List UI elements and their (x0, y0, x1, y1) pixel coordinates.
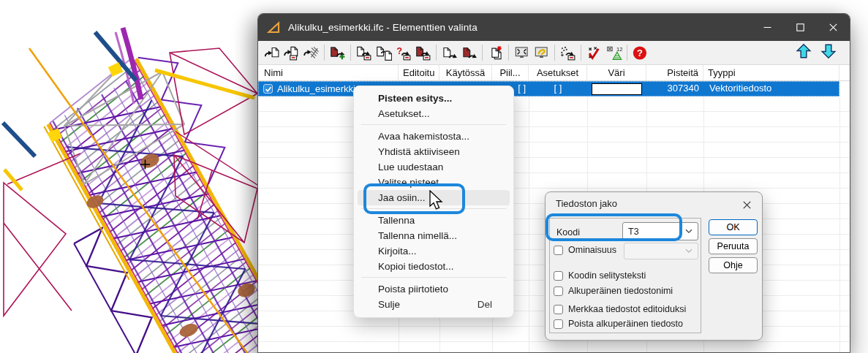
write-unknown-icon[interactable]: ? (393, 43, 413, 62)
menu-item-asetukset[interactable]: Asetukset... (358, 106, 510, 121)
redraw-view-icon[interactable] (532, 43, 551, 62)
alkuperainen-tiedostonimi-checkbox[interactable]: Alkuperäinen tiedostonimi (554, 286, 673, 296)
ominaisuus-label: Ominaisuus (568, 245, 616, 255)
svg-text:12: 12 (616, 46, 622, 53)
koodi-value: T3 (628, 227, 639, 237)
file-context-menu: Pisteen esitys... Asetukset... Avaa hake… (353, 86, 514, 318)
toolbar: ?12? (258, 41, 850, 65)
cell-asetukset: [ ] (529, 81, 587, 96)
cad-viewport[interactable] (0, 0, 265, 353)
window-controls (751, 14, 850, 41)
help-icon[interactable]: ? (630, 43, 650, 62)
table-row[interactable]: Alikulku_esimerkki.ifc [ ] [ ] 307340 Ve… (258, 81, 850, 96)
read-convert-icon[interactable] (301, 43, 321, 62)
write-file-as-icon[interactable] (374, 43, 393, 62)
select-points-icon[interactable] (558, 43, 578, 62)
app-logo-icon (267, 20, 281, 34)
menu-item-tallenna[interactable]: Tallenna (358, 213, 510, 228)
koodi-combobox[interactable]: T3 (622, 222, 698, 240)
table-header: Nimi Editoitu Käytössä Piil... Asetukset… (258, 65, 850, 81)
menu-separator (361, 208, 506, 209)
titlebar: Alikulku_esimerkki.ifc - Elementtien val… (258, 14, 850, 41)
write-file-icon[interactable] (354, 43, 374, 62)
export-active-file-icon[interactable] (459, 43, 479, 62)
checkbox-box[interactable] (554, 286, 563, 296)
dialog-title: Tiedoston jako (556, 192, 617, 215)
toolbar-separator (627, 45, 627, 61)
checkbox-box[interactable] (554, 319, 563, 329)
checkbox-box[interactable] (554, 246, 563, 255)
cancel-button[interactable]: Peruuta (709, 238, 758, 254)
cell-pisteita: 307340 (646, 81, 703, 96)
maximize-button[interactable] (784, 14, 817, 41)
read-file-format-icon[interactable] (282, 43, 301, 62)
menu-item-kirjoita[interactable]: Kirjoita... (358, 243, 510, 259)
add-file-icon[interactable] (328, 43, 347, 62)
ominaisuus-checkbox[interactable]: Ominaisuus (554, 245, 616, 255)
column-header-filler (839, 65, 850, 80)
koodi-label: Koodi (556, 227, 580, 238)
column-header-piilota[interactable]: Piil... (492, 65, 529, 80)
toolbar-separator (482, 45, 483, 61)
menu-item-sulje[interactable]: Sulje Del (358, 297, 510, 312)
move-up-icon[interactable] (796, 43, 812, 62)
column-header-asetukset[interactable]: Asetukset (529, 65, 587, 80)
chevron-down-icon (685, 248, 692, 254)
toolbar-separator (324, 45, 325, 61)
menu-item-lue-uudestaan[interactable]: Lue uudestaan (358, 159, 510, 175)
cell-tyyppi: Vektoritiedosto (703, 81, 839, 96)
help-button[interactable]: Ohje (709, 257, 758, 273)
toolbar-separator (436, 45, 437, 61)
color-swatch[interactable] (592, 83, 642, 95)
menu-item-pisteen-esitys[interactable]: Pisteen esitys... (358, 91, 510, 106)
column-header-kaytossa[interactable]: Käytössä (439, 65, 492, 80)
ok-button[interactable]: OK (709, 219, 758, 235)
file-split-dialog: Tiedoston jako Koodi T3 Ominaisuus Koodi… (545, 191, 763, 341)
triangle-model-icon[interactable]: 12 (604, 43, 624, 62)
menu-item-avaa-hakemistosta[interactable]: Avaa hakemistosta... (358, 129, 510, 144)
menu-item-yhdista-aktiiviseen[interactable]: Yhdistä aktiiviseen (358, 144, 510, 159)
menu-item-poista-piirtotieto[interactable]: Poista piirtotieto (358, 281, 510, 297)
poista-alkuperainen-checkbox[interactable]: Poista alkuperäinen tiedosto (554, 319, 683, 329)
column-header-editoitu[interactable]: Editoitu (399, 65, 439, 80)
svg-text:?: ? (637, 48, 643, 58)
menu-item-kopioi-tiedostot[interactable]: Kopioi tiedostot... (358, 259, 510, 274)
toolbar-nav (796, 43, 837, 62)
cell-vari (587, 81, 646, 96)
dialog-close-icon[interactable] (740, 198, 753, 211)
menu-item-jaa-osiin[interactable]: Jaa osiin... (358, 190, 510, 205)
menu-item-tallenna-nimella[interactable]: Tallenna nimellä... (358, 228, 510, 243)
toolbar-separator (581, 45, 581, 61)
menu-item-valitse-pisteet[interactable]: Valitse pisteet (358, 175, 510, 190)
menu-shortcut-del: Del (478, 297, 492, 312)
column-header-nimi[interactable]: Nimi (258, 65, 399, 80)
checkbox-box[interactable] (554, 271, 563, 281)
selected-row-region: Alikulku_esimerkki.ifc [ ] [ ] 307340 Ve… (258, 81, 839, 96)
fit-view-icon[interactable] (512, 43, 532, 62)
minimize-button[interactable] (751, 14, 784, 41)
column-header-vari[interactable]: Väri (587, 65, 646, 80)
toolbar-separator (350, 45, 351, 61)
chevron-down-icon[interactable] (685, 229, 692, 234)
checkbox-box[interactable] (554, 305, 563, 314)
koodin-selitysteksti-checkbox[interactable]: Koodin selitysteksti (554, 270, 646, 281)
check-points-icon[interactable] (584, 43, 604, 62)
move-down-icon[interactable] (820, 43, 837, 62)
column-header-tyyppi[interactable]: Tyyppi (703, 65, 839, 80)
toolbar-separator (554, 45, 555, 61)
toolbar-separator (508, 45, 509, 61)
ominaisuus-combobox (624, 243, 698, 259)
merkkaa-editoiduksi-checkbox[interactable]: Merkkaa tiedostot editoiduksi (554, 304, 686, 314)
read-file-icon[interactable] (262, 43, 282, 62)
close-button[interactable] (817, 14, 850, 41)
export-file-icon[interactable] (439, 43, 459, 62)
file-checkbox[interactable] (263, 84, 273, 94)
menu-separator (361, 277, 506, 278)
new-file-icon[interactable] (486, 43, 505, 62)
column-header-pisteita[interactable]: Pisteitä (646, 65, 703, 80)
write-active-file-icon[interactable] (413, 43, 433, 62)
window-title: Alikulku_esimerkki.ifc - Elementtien val… (288, 22, 478, 33)
menu-separator (361, 124, 506, 125)
